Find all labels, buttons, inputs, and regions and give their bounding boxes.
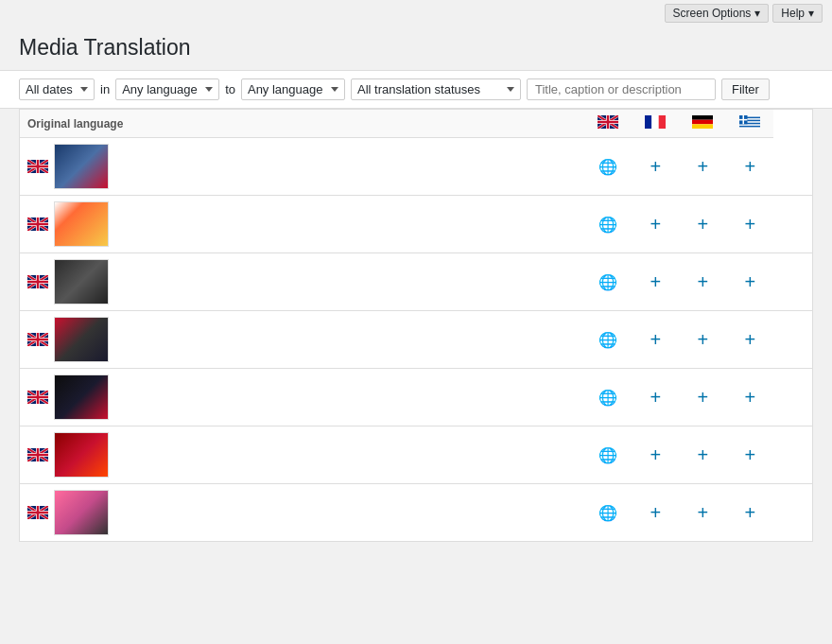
svg-rect-1 xyxy=(645,115,651,129)
svg-rect-11 xyxy=(739,124,760,126)
add-translation-cell[interactable]: + xyxy=(632,138,679,196)
add-translation-button[interactable]: + xyxy=(745,214,756,235)
add-translation-cell[interactable]: + xyxy=(679,369,726,426)
flag-cell xyxy=(27,144,577,189)
globe-icon: 🌐 xyxy=(598,217,617,233)
add-translation-cell[interactable]: + xyxy=(726,484,773,542)
flag-cell xyxy=(27,317,577,362)
filter-button[interactable]: Filter xyxy=(721,78,770,100)
flag-cell xyxy=(27,374,577,420)
add-translation-cell[interactable]: + xyxy=(679,253,726,311)
add-translation-cell[interactable]: + xyxy=(726,253,773,311)
add-translation-button[interactable]: + xyxy=(745,502,756,523)
add-translation-button[interactable]: + xyxy=(745,387,756,408)
add-translation-cell[interactable]: + xyxy=(726,369,773,426)
add-translation-button[interactable]: + xyxy=(698,444,709,465)
add-translation-button[interactable]: + xyxy=(650,444,662,465)
globe-cell[interactable]: 🌐 xyxy=(584,196,632,253)
add-translation-button[interactable]: + xyxy=(698,214,709,235)
add-translation-button[interactable]: + xyxy=(698,156,709,177)
globe-cell[interactable]: 🌐 xyxy=(584,311,632,369)
add-translation-cell[interactable]: + xyxy=(726,426,773,484)
table-row: 🌐+++ xyxy=(20,369,813,426)
add-translation-button[interactable]: + xyxy=(745,271,756,292)
original-lang-cell xyxy=(20,138,585,196)
media-thumbnail xyxy=(54,317,109,362)
add-translation-cell[interactable]: + xyxy=(632,311,679,369)
add-translation-button[interactable]: + xyxy=(745,156,756,177)
table-row: 🌐+++ xyxy=(20,196,813,253)
add-translation-cell[interactable]: + xyxy=(679,426,726,484)
media-thumbnail xyxy=(54,374,109,420)
empty-cell xyxy=(773,196,812,253)
globe-cell[interactable]: 🌐 xyxy=(584,426,632,484)
row-uk-flag-icon xyxy=(27,218,48,231)
add-translation-cell[interactable]: + xyxy=(632,484,679,542)
media-thumbnail xyxy=(54,490,109,535)
svg-rect-15 xyxy=(739,119,748,121)
add-translation-cell[interactable]: + xyxy=(726,311,773,369)
add-translation-cell[interactable]: + xyxy=(632,369,679,426)
add-translation-cell[interactable]: + xyxy=(632,253,679,311)
add-translation-cell[interactable]: + xyxy=(679,196,726,253)
add-translation-button[interactable]: + xyxy=(650,387,662,408)
add-translation-button[interactable]: + xyxy=(650,271,662,292)
add-translation-cell[interactable]: + xyxy=(679,311,726,369)
help-label: Help xyxy=(781,7,805,20)
globe-cell[interactable]: 🌐 xyxy=(584,253,632,311)
original-lang-cell xyxy=(20,369,585,426)
row-uk-flag-icon xyxy=(27,506,48,519)
globe-cell[interactable]: 🌐 xyxy=(584,484,632,542)
to-label: to xyxy=(225,82,235,96)
screen-options-button[interactable]: Screen Options ▾ xyxy=(665,4,770,23)
search-input[interactable] xyxy=(527,78,716,100)
add-translation-cell[interactable]: + xyxy=(632,196,679,253)
add-translation-button[interactable]: + xyxy=(698,271,709,292)
svg-rect-12 xyxy=(739,127,760,129)
globe-cell[interactable]: 🌐 xyxy=(584,138,632,196)
original-lang-cell xyxy=(20,311,585,369)
dates-filter[interactable]: All dates xyxy=(19,78,95,100)
row-uk-flag-icon xyxy=(27,275,48,288)
add-translation-button[interactable]: + xyxy=(698,387,709,408)
top-bar: Screen Options ▾ Help ▾ xyxy=(0,0,832,26)
col-header-fr xyxy=(632,110,679,138)
svg-rect-3 xyxy=(659,115,666,129)
status-filter[interactable]: All translation statuses xyxy=(351,78,521,100)
media-thumbnail xyxy=(54,144,109,189)
flag-cell xyxy=(27,201,577,247)
col-header-gr xyxy=(726,110,773,138)
add-translation-button[interactable]: + xyxy=(650,502,662,523)
lang-from-filter[interactable]: Any language xyxy=(115,78,219,100)
globe-icon: 🌐 xyxy=(598,447,617,463)
empty-cell xyxy=(773,253,812,311)
globe-cell[interactable]: 🌐 xyxy=(584,369,632,426)
fr-flag-icon xyxy=(645,115,666,129)
add-translation-button[interactable]: + xyxy=(745,444,756,465)
add-translation-cell[interactable]: + xyxy=(679,484,726,542)
add-translation-cell[interactable]: + xyxy=(726,138,773,196)
svg-rect-6 xyxy=(692,124,713,129)
table-row: 🌐+++ xyxy=(20,484,813,542)
add-translation-button[interactable]: + xyxy=(650,329,662,350)
screen-options-chevron: ▾ xyxy=(754,7,760,20)
add-translation-cell[interactable]: + xyxy=(632,426,679,484)
col-header-original: Original language xyxy=(20,110,585,138)
original-lang-cell xyxy=(20,426,585,484)
globe-icon: 🌐 xyxy=(598,332,617,348)
add-translation-button[interactable]: + xyxy=(650,214,662,235)
media-table: Original language xyxy=(19,109,813,542)
add-translation-cell[interactable]: + xyxy=(726,196,773,253)
add-translation-button[interactable]: + xyxy=(745,329,756,350)
add-translation-cell[interactable]: + xyxy=(679,138,726,196)
add-translation-button[interactable]: + xyxy=(698,502,709,523)
row-uk-flag-icon xyxy=(27,160,48,173)
add-translation-button[interactable]: + xyxy=(698,329,709,350)
empty-cell xyxy=(773,138,812,196)
help-button[interactable]: Help ▾ xyxy=(772,4,823,23)
media-thumbnail xyxy=(54,201,109,247)
lang-to-filter[interactable]: Any language xyxy=(241,78,345,100)
flag-cell xyxy=(27,490,577,535)
globe-icon: 🌐 xyxy=(598,390,617,406)
add-translation-button[interactable]: + xyxy=(650,156,662,177)
